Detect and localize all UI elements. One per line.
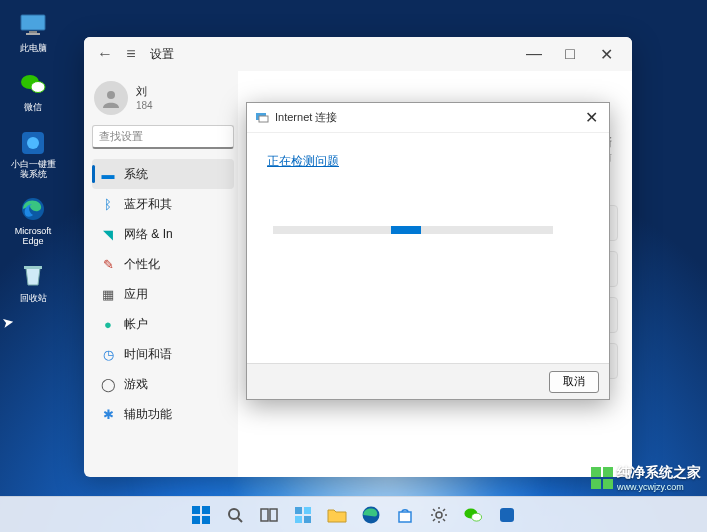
svg-point-27 — [471, 513, 481, 521]
sidebar-item-label: 蓝牙和其 — [124, 196, 172, 213]
desktop-icon-label: 小白一键重装系统 — [8, 160, 58, 180]
desktop-icon-label: 微信 — [24, 101, 42, 114]
search-input[interactable]: 查找设置 — [92, 125, 234, 149]
sidebar-item-personalization[interactable]: ✎ 个性化 — [92, 249, 234, 279]
desktop-icon-recycle-bin[interactable]: 回收站 — [8, 260, 58, 305]
apps-icon: ▦ — [100, 286, 116, 302]
account-icon: ● — [100, 316, 116, 332]
recycle-bin-icon — [18, 260, 48, 290]
svg-rect-21 — [304, 507, 311, 514]
clock-icon: ◷ — [100, 346, 116, 362]
window-titlebar: ← ≡ 设置 ― □ ✕ — [84, 37, 632, 71]
avatar — [94, 81, 128, 115]
svg-rect-23 — [304, 516, 311, 523]
svg-rect-8 — [24, 266, 42, 269]
close-button[interactable]: ✕ — [588, 40, 624, 68]
user-sub: 184 — [136, 99, 153, 112]
svg-point-9 — [107, 91, 115, 99]
sidebar-item-label: 应用 — [124, 286, 148, 303]
settings-button[interactable] — [425, 501, 453, 529]
sidebar-item-system[interactable]: ▬ 系统 — [92, 159, 234, 189]
accessibility-icon: ✱ — [100, 406, 116, 422]
user-account-row[interactable]: 刘 184 — [92, 77, 234, 125]
sidebar-item-label: 时间和语 — [124, 346, 172, 363]
reinstall-icon — [18, 128, 48, 158]
wechat-icon — [18, 69, 48, 99]
sidebar-item-accessibility[interactable]: ✱ 辅助功能 — [92, 399, 234, 429]
troubleshooter-dialog: Internet 连接 ✕ 正在检测问题 取消 — [246, 102, 610, 400]
user-name: 刘 — [136, 84, 153, 98]
brush-icon: ✎ — [100, 256, 116, 272]
desktop-icon-edge[interactable]: Microsoft Edge — [8, 194, 58, 246]
svg-rect-15 — [202, 516, 210, 524]
task-view-button[interactable] — [255, 501, 283, 529]
dialog-header: Internet 连接 ✕ — [247, 103, 609, 133]
status-text[interactable]: 正在检测问题 — [267, 154, 339, 168]
store-button[interactable] — [391, 501, 419, 529]
svg-line-17 — [238, 518, 242, 522]
svg-rect-12 — [192, 506, 200, 514]
desktop-icon-xiaobai[interactable]: 小白一键重装系统 — [8, 128, 58, 180]
system-icon: ▬ — [100, 166, 116, 182]
start-button[interactable] — [187, 501, 215, 529]
desktop-icon-wechat[interactable]: 微信 — [8, 69, 58, 114]
window-title: 设置 — [150, 46, 174, 63]
gaming-icon: ◯ — [100, 376, 116, 392]
wechat-button[interactable] — [459, 501, 487, 529]
svg-rect-14 — [192, 516, 200, 524]
desktop-icon-this-pc[interactable]: 此电脑 — [8, 10, 58, 55]
sidebar-item-apps[interactable]: ▦ 应用 — [92, 279, 234, 309]
watermark: 纯净系统之家 www.ycwjzy.com — [591, 464, 701, 492]
maximize-button[interactable]: □ — [552, 40, 588, 68]
watermark-url: www.ycwjzy.com — [617, 482, 701, 492]
search-button[interactable] — [221, 501, 249, 529]
minimize-button[interactable]: ― — [516, 40, 552, 68]
watermark-badge-icon — [591, 467, 613, 489]
svg-rect-28 — [500, 508, 514, 522]
progress-bar — [273, 226, 553, 234]
desktop-icon-label: 回收站 — [20, 292, 47, 305]
menu-button[interactable]: ≡ — [118, 41, 144, 67]
sidebar-item-gaming[interactable]: ◯ 游戏 — [92, 369, 234, 399]
svg-rect-2 — [26, 33, 40, 35]
sidebar-item-label: 个性化 — [124, 256, 160, 273]
wifi-icon: ◥ — [100, 226, 116, 242]
progress-indicator — [391, 226, 421, 234]
svg-rect-11 — [259, 116, 268, 122]
dialog-close-button[interactable]: ✕ — [581, 108, 601, 128]
desktop-icons: 此电脑 微信 小白一键重装系统 Microsoft Edge 回收站 — [8, 10, 58, 305]
app-button[interactable] — [493, 501, 521, 529]
sidebar-item-label: 帐户 — [124, 316, 148, 333]
svg-rect-19 — [270, 509, 277, 521]
explorer-button[interactable] — [323, 501, 351, 529]
dialog-body: 正在检测问题 — [247, 133, 609, 363]
edge-icon — [18, 194, 48, 224]
desktop-icon-label: Microsoft Edge — [8, 226, 58, 246]
sidebar-item-label: 系统 — [124, 166, 148, 183]
watermark-text: 纯净系统之家 — [617, 464, 701, 480]
sidebar-item-label: 网络 & In — [124, 226, 173, 243]
sidebar-item-network[interactable]: ◥ 网络 & In — [92, 219, 234, 249]
sidebar-item-bluetooth[interactable]: ᛒ 蓝牙和其 — [92, 189, 234, 219]
edge-button[interactable] — [357, 501, 385, 529]
sidebar-item-time-language[interactable]: ◷ 时间和语 — [92, 339, 234, 369]
dialog-footer: 取消 — [247, 363, 609, 399]
desktop-icon-label: 此电脑 — [20, 42, 47, 55]
cancel-button[interactable]: 取消 — [549, 371, 599, 393]
dialog-title-text: Internet 连接 — [275, 110, 337, 125]
sidebar-item-accounts[interactable]: ● 帐户 — [92, 309, 234, 339]
settings-sidebar: 刘 184 查找设置 ▬ 系统 ᛒ 蓝牙和其 ◥ 网络 & In ✎ 个性化 — [84, 71, 238, 477]
svg-rect-0 — [21, 15, 45, 30]
svg-rect-13 — [202, 506, 210, 514]
sidebar-item-label: 辅助功能 — [124, 406, 172, 423]
svg-rect-1 — [29, 31, 37, 33]
svg-point-4 — [31, 82, 45, 93]
widgets-button[interactable] — [289, 501, 317, 529]
network-icon — [255, 110, 269, 126]
svg-point-6 — [27, 137, 39, 149]
svg-point-25 — [436, 512, 442, 518]
pc-icon — [18, 10, 48, 40]
back-button[interactable]: ← — [92, 41, 118, 67]
svg-rect-22 — [295, 516, 302, 523]
bluetooth-icon: ᛒ — [100, 196, 116, 212]
